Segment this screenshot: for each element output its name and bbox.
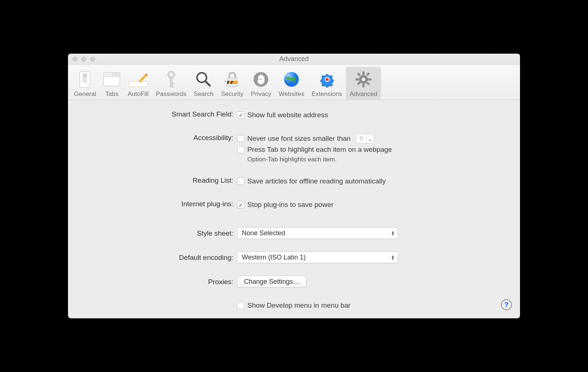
stylesheet-value: None Selected xyxy=(242,229,285,237)
hand-icon xyxy=(253,69,269,90)
updown-icon: ▲▼ xyxy=(391,230,395,236)
stylesheet-popup[interactable]: None Selected ▲▼ xyxy=(237,227,398,239)
chevron-down-icon: ⌄ xyxy=(366,134,374,143)
tab-security[interactable]: Security xyxy=(217,67,247,99)
updown-icon: ▲▼ xyxy=(391,255,395,260)
svg-rect-29 xyxy=(362,71,365,75)
tab-tabs[interactable]: + Tabs xyxy=(100,67,124,99)
tab-search[interactable]: Search xyxy=(190,67,217,99)
svg-point-24 xyxy=(254,72,268,87)
encoding-value: Western (ISO Latin 1) xyxy=(242,254,306,261)
encoding-label: Default encoding: xyxy=(75,251,237,262)
show-develop-label: Show Develop menu in menu bar xyxy=(247,301,351,310)
preferences-window: Advanced General + Tabs AutoFill xyxy=(68,54,520,318)
never-smaller-label: Never use font sizes smaller than xyxy=(247,135,351,143)
svg-rect-31 xyxy=(355,78,359,81)
svg-rect-13 xyxy=(170,78,172,87)
stylesheet-label: Style sheet: xyxy=(75,227,237,237)
window-controls xyxy=(72,57,95,62)
smart-search-label: Smart Search Field: xyxy=(75,110,237,118)
titlebar: Advanced xyxy=(68,54,520,65)
change-settings-button[interactable]: Change Settings… xyxy=(237,276,306,287)
plugins-label: Internet plug-ins: xyxy=(75,199,237,208)
show-full-address-checkbox[interactable]: ✓ xyxy=(237,111,244,119)
option-tab-note: Option-Tab highlights each item. xyxy=(247,156,513,163)
lock-icon xyxy=(225,69,240,90)
window-title: Advanced xyxy=(68,55,520,63)
gear-icon xyxy=(355,69,372,90)
tab-passwords[interactable]: Passwords xyxy=(152,67,190,99)
svg-line-17 xyxy=(205,81,210,86)
stop-plugins-label: Stop plug-ins to save power xyxy=(247,201,333,209)
tab-autofill[interactable]: AutoFill xyxy=(124,67,152,99)
help-button[interactable]: ? xyxy=(501,299,512,310)
svg-rect-32 xyxy=(368,78,372,81)
toolbar: General + Tabs AutoFill Passwords xyxy=(68,65,520,100)
svg-rect-21 xyxy=(225,81,226,84)
encoding-popup[interactable]: Western (ISO Latin 1) ▲▼ xyxy=(237,251,398,263)
press-tab-label: Press Tab to highlight each item on a we… xyxy=(247,146,392,154)
svg-rect-15 xyxy=(172,86,174,87)
save-offline-checkbox[interactable] xyxy=(237,178,244,185)
svg-rect-33 xyxy=(357,72,361,76)
reading-list-label: Reading List: xyxy=(75,176,237,185)
globe-icon xyxy=(283,69,300,90)
autofill-icon xyxy=(128,69,148,90)
svg-point-12 xyxy=(170,73,173,76)
tabs-icon: + xyxy=(103,69,120,90)
close-dot[interactable] xyxy=(72,57,78,62)
tab-extensions[interactable]: Extensions xyxy=(308,67,346,99)
svg-rect-4 xyxy=(104,72,112,76)
show-develop-checkbox[interactable] xyxy=(237,302,244,309)
font-size-stepper[interactable]: 9 ⌄ xyxy=(356,134,374,143)
minimize-dot[interactable] xyxy=(81,57,86,62)
svg-rect-14 xyxy=(172,83,175,85)
puzzle-icon xyxy=(319,69,335,90)
svg-rect-7 xyxy=(129,82,148,87)
save-offline-label: Save articles for offline reading automa… xyxy=(247,177,386,185)
tab-privacy[interactable]: Privacy xyxy=(247,67,275,99)
proxies-label: Proxies: xyxy=(75,276,237,286)
content-pane: Smart Search Field: ✓ Show full website … xyxy=(68,100,520,311)
press-tab-checkbox[interactable] xyxy=(237,146,244,153)
svg-point-37 xyxy=(362,78,365,81)
general-icon xyxy=(78,69,92,90)
stop-plugins-checkbox[interactable]: ✓ xyxy=(237,201,244,208)
never-smaller-checkbox[interactable] xyxy=(237,135,244,142)
show-full-address-label: Show full website address xyxy=(247,111,328,119)
tab-general[interactable]: General xyxy=(70,67,100,99)
key-icon xyxy=(164,69,179,90)
svg-rect-35 xyxy=(366,72,370,76)
svg-rect-2 xyxy=(83,74,87,78)
tab-advanced[interactable]: Advanced xyxy=(346,67,381,99)
zoom-dot[interactable] xyxy=(90,57,95,62)
search-icon xyxy=(195,69,212,90)
accessibility-label: Accessibility: xyxy=(75,133,237,142)
svg-marker-8 xyxy=(139,74,147,82)
svg-text:+: + xyxy=(115,73,117,76)
tab-websites[interactable]: Websites xyxy=(275,67,308,99)
svg-rect-30 xyxy=(362,84,365,87)
